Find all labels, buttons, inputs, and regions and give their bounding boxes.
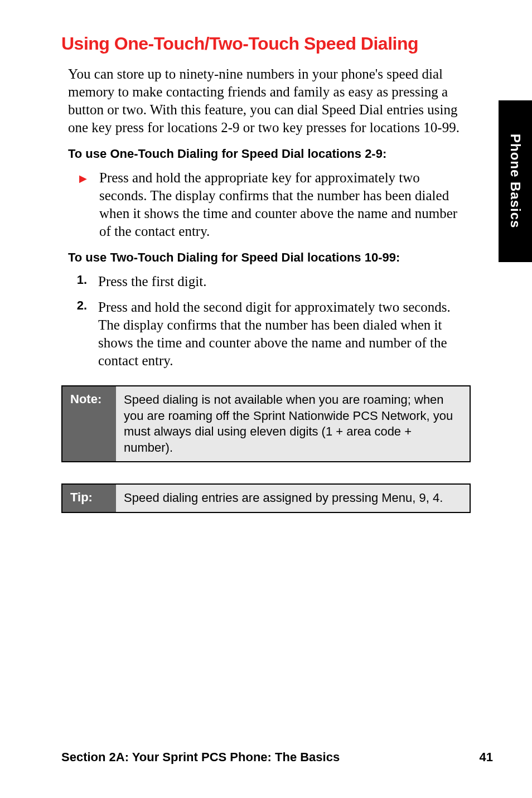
page-content: Using One-Touch/Two-Touch Speed Dialing … [0,0,532,513]
note-label: Note: [62,386,116,461]
page-footer: Section 2A: Your Sprint PCS Phone: The B… [61,750,493,765]
numbered-step: 2. Press and hold the second digit for a… [61,298,471,370]
note-callout: Note: Speed dialing is not available whe… [61,385,471,462]
main-heading: Using One-Touch/Two-Touch Speed Dialing [61,33,471,54]
note-text: Speed dialing is not available when you … [116,386,470,461]
step-number: 2. [71,298,87,370]
intro-paragraph: You can store up to ninety-nine numbers … [61,65,471,137]
side-tab: Phone Basics [499,100,532,262]
tip-label: Tip: [62,485,116,512]
tip-text: Speed dialing entries are assigned by pr… [116,485,470,512]
numbered-step: 1. Press the first digit. [61,273,471,291]
side-tab-label: Phone Basics [507,134,523,228]
bullet-item: ▶ Press and hold the appropriate key for… [61,169,471,240]
step-text: Press and hold the second digit for appr… [98,298,471,370]
triangle-bullet-icon: ▶ [79,172,87,240]
page-number: 41 [480,750,493,765]
step-number: 1. [71,273,87,291]
step-text: Press the first digit. [98,273,206,291]
footer-section-title: Section 2A: Your Sprint PCS Phone: The B… [61,750,340,765]
subheading-two-touch: To use Two-Touch Dialing for Speed Dial … [61,250,471,265]
bullet-text: Press and hold the appropriate key for a… [99,169,471,240]
subheading-one-touch: To use One-Touch Dialing for Speed Dial … [61,147,471,161]
tip-callout: Tip: Speed dialing entries are assigned … [61,483,471,513]
